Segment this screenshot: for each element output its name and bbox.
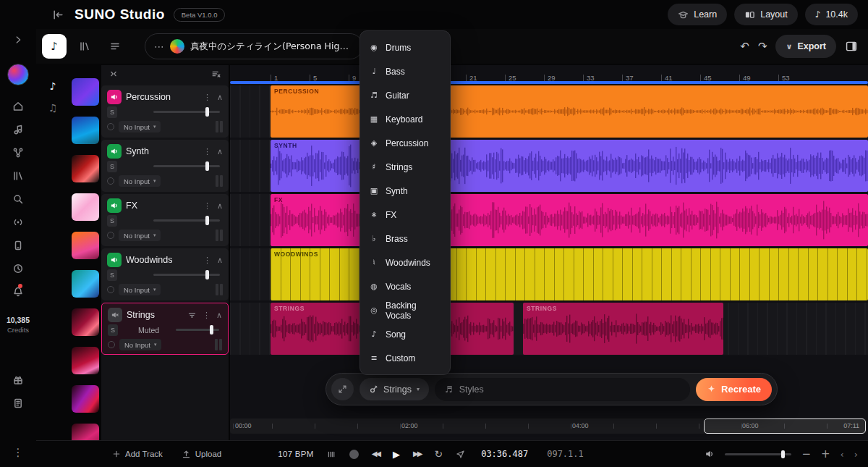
collapse-track-icon[interactable]: ∧ — [217, 202, 223, 210]
solo-button[interactable]: S — [107, 106, 117, 118]
instrument-menu-item[interactable]: ◉ Drums — [360, 35, 450, 59]
zoom-out-button[interactable]: − — [801, 449, 811, 460]
track-row-synth[interactable]: Synth ⋮ ∧ S No Input ▾ — [101, 140, 229, 192]
tab-library[interactable] — [72, 34, 97, 59]
input-monitor-toggle[interactable] — [107, 177, 114, 185]
instrument-menu-item[interactable]: ◍ Vocals — [360, 274, 450, 298]
lane-percussion[interactable]: PERCUSSION — [230, 85, 868, 138]
clip-strings-2[interactable]: STRINGS — [523, 303, 723, 355]
filter-songs-tab[interactable]: ♪ — [50, 81, 56, 91]
artwork-thumbnail[interactable] — [72, 78, 99, 106]
input-select[interactable]: No Input ▾ — [119, 284, 161, 295]
track-sort-icon[interactable] — [211, 69, 221, 79]
follow-playhead-button[interactable] — [456, 450, 465, 459]
nav-history[interactable] — [12, 259, 24, 278]
mute-toggle-button[interactable] — [107, 144, 122, 159]
volume-slider-handle[interactable] — [205, 270, 209, 279]
fast-forward-button[interactable]: ▶▶ — [413, 450, 421, 458]
nav-gifts[interactable] — [12, 371, 24, 390]
add-track-button[interactable]: Add Track — [112, 450, 163, 458]
scroll-left-button[interactable]: ‹ — [841, 450, 844, 459]
loop-button[interactable]: ↻ — [434, 449, 443, 459]
collapse-track-icon[interactable]: ∧ — [217, 93, 223, 101]
upload-button[interactable]: Upload — [182, 450, 221, 459]
input-select[interactable]: No Input ▾ — [119, 230, 161, 241]
instrument-menu-item[interactable]: ▣ Synth — [360, 179, 450, 203]
artwork-thumbnail[interactable] — [72, 117, 99, 144]
collapse-panel-icon[interactable] — [109, 69, 119, 79]
instrument-menu-item[interactable]: ♭ Brass — [360, 227, 450, 251]
artwork-thumbnail[interactable] — [72, 155, 99, 182]
nav-notifications[interactable] — [12, 282, 24, 301]
credits-button[interactable]: ♪ 10.4k — [805, 4, 858, 25]
nav-home[interactable] — [12, 97, 24, 116]
volume-slider-handle[interactable] — [205, 161, 209, 171]
artwork-thumbnail[interactable] — [72, 385, 99, 413]
solo-button[interactable]: S — [108, 324, 118, 336]
instrument-selector[interactable]: Strings ▾ — [359, 378, 429, 400]
styles-input[interactable] — [459, 384, 680, 395]
track-row-percussion[interactable]: Percussion ⋮ ∧ S No Input ▾ — [101, 85, 229, 138]
nav-mobile[interactable] — [12, 236, 24, 255]
more-options-icon[interactable]: ⋯ — [154, 41, 164, 51]
artwork-thumbnail[interactable] — [72, 308, 99, 336]
artwork-thumbnail[interactable] — [72, 193, 99, 221]
filter-stems-tab[interactable]: ♫ — [48, 103, 58, 113]
input-monitor-toggle[interactable] — [107, 286, 114, 293]
master-volume-slider[interactable] — [725, 453, 791, 455]
instrument-menu-item[interactable]: ∗ FX — [360, 203, 450, 227]
zoom-in-button[interactable]: + — [821, 449, 830, 460]
toggle-right-panel-button[interactable] — [845, 40, 858, 53]
nav-docs[interactable] — [12, 394, 24, 413]
track-menu-icon[interactable]: ⋮ — [203, 93, 211, 101]
undo-button[interactable]: ↶ — [740, 41, 749, 52]
timeline-minimap[interactable]: 00:00 02:00 04:00 06:00 07:11 — [230, 418, 867, 434]
input-monitor-toggle[interactable] — [107, 123, 114, 130]
volume-slider-handle[interactable] — [205, 216, 209, 225]
timeline-ruler[interactable]: 1 5 9 13 17 21 25 29 33 37 41 45 — [230, 65, 868, 81]
artwork-thumbnail[interactable] — [72, 347, 99, 374]
nav-library[interactable] — [12, 167, 24, 185]
lane-synth[interactable]: SYNTH — [230, 140, 868, 192]
export-button[interactable]: ∨ Export — [775, 35, 836, 58]
mute-toggle-button[interactable] — [107, 90, 122, 104]
tab-tracks[interactable]: ♪ — [42, 34, 67, 59]
track-row-woodwinds[interactable]: Woodwinds ⋮ ∧ S No Input ▾ — [101, 248, 229, 300]
instrument-menu-item[interactable]: ♯ Strings — [360, 155, 450, 179]
track-menu-icon[interactable]: ⋮ — [203, 202, 211, 210]
master-volume-handle[interactable] — [781, 450, 785, 458]
instrument-menu-item[interactable]: ≡ Custom — [360, 346, 450, 370]
nav-search[interactable] — [12, 190, 24, 209]
instrument-menu-item[interactable]: ◈ Percussion — [360, 131, 450, 155]
collapse-track-icon[interactable]: ∧ — [217, 256, 223, 264]
track-row-strings[interactable]: Strings ⋮ ∧ S Muted No Input ▾ — [101, 303, 229, 355]
learn-button[interactable]: Learn — [668, 4, 727, 25]
redo-button[interactable]: ↷ — [758, 41, 767, 52]
play-button[interactable]: ▶ — [393, 450, 400, 459]
input-select[interactable]: No Input ▾ — [119, 121, 161, 132]
instrument-menu-item[interactable]: ♪ Song — [360, 322, 450, 346]
solo-button[interactable]: S — [107, 269, 117, 281]
record-button[interactable] — [349, 450, 359, 459]
expand-prompt-button[interactable] — [331, 378, 354, 400]
expand-sidebar-button[interactable] — [13, 30, 23, 49]
volume-slider[interactable] — [153, 219, 220, 222]
input-monitor-toggle[interactable] — [108, 341, 115, 348]
minimap-viewport-window[interactable]: 06:00 07:11 — [704, 418, 866, 434]
mute-toggle-button[interactable] — [107, 198, 122, 213]
mute-toggle-button[interactable] — [107, 253, 122, 267]
back-button[interactable] — [52, 9, 64, 21]
styles-field[interactable]: ♬ — [435, 378, 690, 401]
instrument-menu-item[interactable]: ◎ Backing Vocals — [360, 298, 450, 322]
input-select[interactable]: No Input ▾ — [119, 339, 161, 350]
collapse-track-icon[interactable]: ∧ — [217, 148, 223, 156]
mute-toggle-button[interactable] — [108, 308, 122, 322]
lane-strings[interactable]: STRINGS STRINGS — [230, 303, 868, 355]
track-menu-icon[interactable]: ⋮ — [203, 256, 211, 264]
volume-slider[interactable] — [176, 329, 219, 331]
lane-woodwinds[interactable]: WOODWINDS — [230, 248, 868, 300]
collapse-track-icon[interactable]: ∧ — [216, 311, 222, 319]
artwork-thumbnail[interactable] — [72, 270, 99, 298]
count-in-button[interactable] — [327, 450, 336, 459]
track-menu-icon[interactable]: ⋮ — [203, 148, 211, 156]
